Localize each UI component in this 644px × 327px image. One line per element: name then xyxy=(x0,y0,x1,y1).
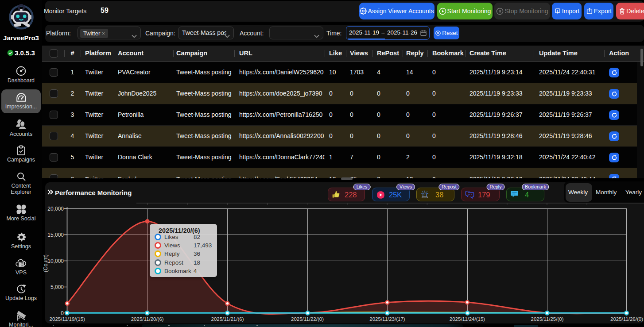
svg-text:2025/11/21/(6): 2025/11/21/(6) xyxy=(211,316,244,322)
svg-text:10,000: 10,000 xyxy=(47,258,64,264)
svg-text:5,000: 5,000 xyxy=(50,284,64,290)
svg-text:15,000: 15,000 xyxy=(47,232,64,238)
svg-text:2025/11/22/(0): 2025/11/22/(0) xyxy=(291,316,324,322)
svg-text:2025/11/20/(6): 2025/11/20/(6) xyxy=(131,316,164,322)
svg-text:2025/11/19/(15): 2025/11/19/(15) xyxy=(50,316,85,322)
svg-text:2025/11/23/(17): 2025/11/23/(17) xyxy=(369,316,405,322)
svg-text:(Count): (Count) xyxy=(43,254,49,272)
svg-text:0: 0 xyxy=(61,310,64,316)
svg-text:20,000: 20,000 xyxy=(47,206,64,212)
svg-text:2025/11/26/(0): 2025/11/26/(0) xyxy=(610,316,643,322)
svg-text:2025/11/25/(0): 2025/11/25/(0) xyxy=(531,316,564,322)
svg-text:2025/11/24/(15): 2025/11/24/(15) xyxy=(450,316,485,322)
